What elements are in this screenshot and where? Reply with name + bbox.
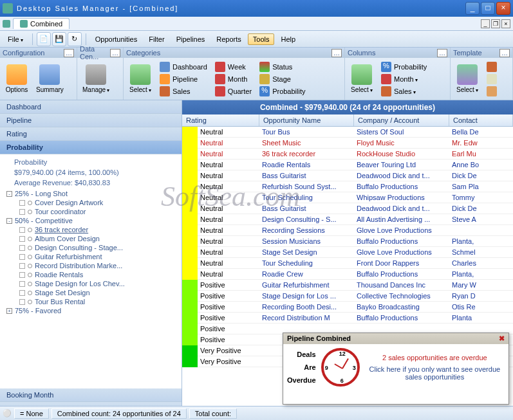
template-home-button[interactable]	[484, 86, 499, 97]
sidebar-booking-month[interactable]: Booking Month	[0, 388, 182, 402]
table-row[interactable]: Neutral36 track recorderRockHouse Studio…	[182, 149, 513, 160]
tree-leaf[interactable]: Guitar Refurbishment	[19, 252, 175, 261]
table-row[interactable]: PositiveRecord Distribution MBuffalo Pro…	[182, 313, 513, 324]
menu-reports[interactable]: Reports	[211, 33, 247, 45]
col-month-button[interactable]: Month	[378, 73, 429, 85]
template-doc-button[interactable]	[484, 73, 499, 85]
week-button[interactable]: Week	[212, 61, 254, 73]
table-row[interactable]: NeutralBass GuitaristDeadwood Dick and t…	[182, 170, 513, 181]
table-row[interactable]: PositiveStage Design for Los ...Collecti…	[182, 291, 513, 302]
expand-icon[interactable]: -	[6, 218, 12, 224]
group-launcher[interactable]: …	[499, 49, 510, 57]
popup-close[interactable]: ✖	[499, 334, 505, 343]
table-row[interactable]: NeutralRecording SessionsGlove Love Prod…	[182, 225, 513, 236]
tree-leaf[interactable]: Tour coordinator	[19, 207, 175, 216]
table-row[interactable]: NeutralRoadie CrewBuffalo ProductionsPla…	[182, 269, 513, 280]
col-contact[interactable]: Contact	[449, 114, 513, 126]
probability-button[interactable]: %Probability	[257, 86, 308, 97]
table-row[interactable]: NeutralTour BusSisters Of SoulBella De	[182, 127, 513, 138]
table-row[interactable]: PositiveRecording Booth Desi...Bayko Bro…	[182, 302, 513, 313]
menu-opportunities[interactable]: Opportunities	[90, 33, 142, 45]
menu-pipelines[interactable]: Pipelines	[171, 33, 210, 45]
grid-header: Rating Opportunity Name Company / Accoun…	[182, 114, 513, 127]
tree-leaf[interactable]: 36 track recorder	[19, 225, 175, 234]
tree-leaf[interactable]: Stage Design for Los Chev...	[19, 279, 175, 288]
tab-combined[interactable]: Combined	[13, 18, 70, 29]
group-launcher[interactable]: …	[110, 49, 120, 57]
status-combined: Combined count: 24 opportunities of 24	[51, 408, 187, 419]
status-none[interactable]: = None	[14, 408, 49, 419]
tree-group[interactable]: -25% - Long Shot	[6, 189, 175, 198]
table-row[interactable]: NeutralRoadie RentalsBeaver Touring LtdA…	[182, 160, 513, 170]
mdi-minimize[interactable]: _	[481, 19, 490, 28]
template-person-button[interactable]	[484, 61, 499, 73]
sidebar-probability[interactable]: Probability	[0, 141, 182, 154]
statusbar: ⚪ = None Combined count: 24 opportunitie…	[0, 406, 513, 420]
gear-icon	[6, 64, 27, 85]
table-row[interactable]: NeutralStage Set DesignGlove Love Produc…	[182, 247, 513, 258]
database-icon	[86, 64, 106, 85]
select-categories-button[interactable]: Select	[126, 63, 154, 95]
col-probability-button[interactable]: %Probability	[378, 61, 429, 73]
table-row[interactable]: NeutralSheet MusicFloyd MusicMr. Edw	[182, 138, 513, 149]
options-button[interactable]: Options	[3, 63, 31, 95]
triangle-icon	[457, 64, 478, 85]
pipeline-button[interactable]: Pipeline	[157, 73, 210, 85]
menu-help[interactable]: Help	[275, 33, 301, 45]
col-sales-button[interactable]: Sales	[378, 86, 429, 97]
tree-leaf[interactable]: Tour Bus Rental	[19, 297, 175, 306]
tree-leaf[interactable]: Design Consulting - Stage...	[19, 243, 175, 252]
table-row[interactable]: NeutralTour SchedulingWhipsaw Production…	[182, 192, 513, 203]
close-button[interactable]: ×	[496, 2, 510, 15]
status-button[interactable]: Status	[257, 61, 308, 73]
refresh-button[interactable]: ↻	[68, 32, 82, 46]
expand-icon[interactable]: -	[6, 191, 12, 197]
tree-leaf[interactable]: Roadie Rentals	[19, 270, 175, 279]
menu-filter[interactable]: Filter	[144, 33, 169, 45]
tree-leaf[interactable]: Cover Design Artwork	[19, 198, 175, 207]
col-opportunity[interactable]: Opportunity Name	[259, 114, 354, 126]
menu-file[interactable]: File	[3, 33, 28, 45]
minimize-button[interactable]: _	[465, 2, 480, 15]
stage-button[interactable]: Stage	[257, 73, 308, 85]
group-launcher[interactable]: …	[331, 49, 342, 57]
tree-leaf[interactable]: Record Distribution Marke...	[19, 261, 175, 270]
info-title: Probability	[14, 158, 175, 166]
month-button[interactable]: Month	[212, 73, 254, 85]
table-row[interactable]: NeutralTour SchedulingFront Door Rappers…	[182, 258, 513, 269]
person-icon	[381, 86, 391, 96]
filter-icon[interactable]: ⚪	[3, 409, 12, 417]
col-rating[interactable]: Rating	[182, 114, 259, 126]
table-row[interactable]: NeutralDesign Consulting - S...All Austi…	[182, 214, 513, 225]
tree-leaf[interactable]: Album Cover Design	[19, 234, 175, 243]
sidebar-pipeline[interactable]: Pipeline	[0, 114, 182, 127]
group-launcher[interactable]: …	[437, 49, 447, 57]
popup-message[interactable]: 2 sales opportunities are overdue Click …	[365, 354, 505, 381]
dashboard-button[interactable]: Dashboard	[157, 61, 210, 73]
mdi-close[interactable]: ×	[501, 19, 510, 28]
sales-button[interactable]: Sales	[157, 86, 210, 97]
group-launcher[interactable]: …	[64, 49, 74, 57]
quarter-button[interactable]: Quarter	[212, 86, 254, 97]
maximize-button[interactable]: □	[481, 2, 495, 15]
save-button[interactable]: 💾	[52, 32, 66, 46]
tree-leaf[interactable]: Stage Set Design	[19, 288, 175, 297]
expand-icon[interactable]: +	[6, 308, 12, 314]
tree-group[interactable]: -50% - Competitive	[6, 216, 175, 225]
sidebar-rating[interactable]: Rating	[0, 127, 182, 141]
new-button[interactable]: 📄	[37, 32, 51, 46]
table-row[interactable]: NeutralRefurbish Sound Syst...Buffalo Pr…	[182, 181, 513, 192]
tree-group[interactable]: +75% - Favored	[6, 306, 175, 315]
sidebar-dashboard[interactable]: Dashboard	[0, 100, 182, 114]
table-row[interactable]: PositiveGuitar RefurbishmentThousand Dan…	[182, 280, 513, 291]
mdi-restore[interactable]: ❐	[491, 19, 500, 28]
table-row[interactable]: NeutralSession MusiciansBuffalo Producti…	[182, 236, 513, 247]
menu-tools[interactable]: Tools	[248, 33, 275, 45]
summary-button[interactable]: Summary	[33, 63, 66, 95]
manage-button[interactable]: Manage	[80, 63, 112, 95]
table-row[interactable]: NeutralBass GuitaristDeadwood Dick and t…	[182, 203, 513, 214]
select-template-button[interactable]: Select	[453, 63, 481, 95]
select-columns-button[interactable]: Select	[348, 63, 376, 95]
col-company[interactable]: Company / Account	[354, 114, 449, 126]
doc-icon	[20, 20, 28, 28]
